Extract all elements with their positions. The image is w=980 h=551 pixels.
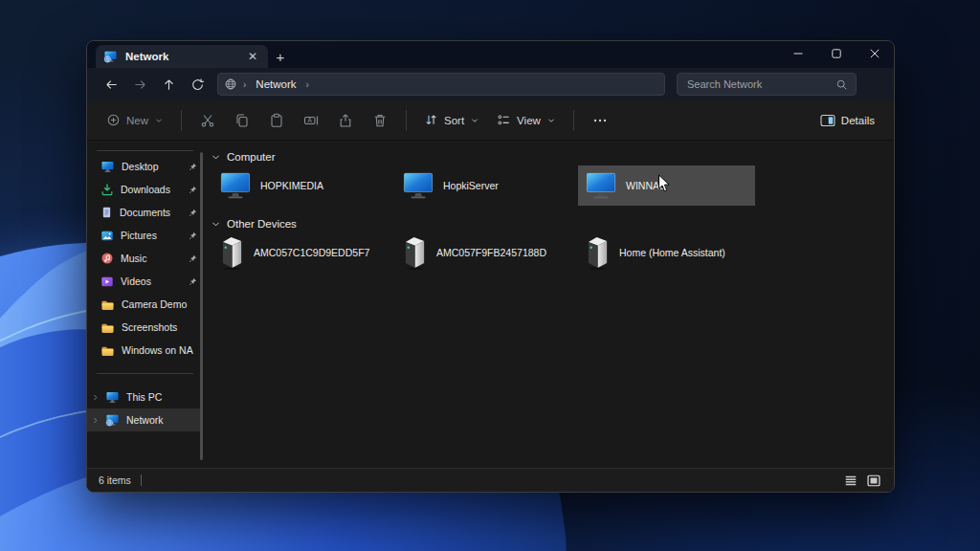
forward-icon xyxy=(133,77,147,92)
sidebar-item-network[interactable]: Network xyxy=(87,408,203,431)
close-button[interactable] xyxy=(856,41,894,66)
sidebar-item-desktop[interactable]: Desktop xyxy=(87,155,203,178)
command-bar: New A Sor xyxy=(87,100,894,141)
navigation-pane: Desktop Downloads Documents Pictures xyxy=(87,141,203,468)
forward-button[interactable] xyxy=(125,72,154,97)
paste-button[interactable] xyxy=(260,106,293,135)
pin-icon xyxy=(189,209,197,217)
new-button[interactable]: New xyxy=(99,106,171,135)
network-computer-hopkimedia[interactable]: HOPKIMEDIA xyxy=(212,165,395,206)
videos-icon xyxy=(100,276,114,288)
sidebar-item-music[interactable]: Music xyxy=(87,247,203,270)
chevron-down-icon xyxy=(470,116,479,125)
cut-button[interactable] xyxy=(191,106,224,135)
folder-icon xyxy=(100,298,115,311)
status-divider xyxy=(141,474,142,486)
downloads-icon xyxy=(100,183,114,196)
device-icon xyxy=(585,235,611,271)
sidebar-item-videos[interactable]: Videos xyxy=(87,270,203,293)
device-amc057c1c9d9edd5f7[interactable]: AMC057C1C9D9EDD5F7 xyxy=(212,232,395,273)
delete-icon xyxy=(372,113,388,128)
maximize-button[interactable] xyxy=(817,41,856,66)
toolbar-separator xyxy=(181,110,182,131)
device-home-home-assistant[interactable]: Home (Home Assistant) xyxy=(578,232,761,273)
svg-text:A: A xyxy=(308,117,313,123)
item-label: HopkiServer xyxy=(443,180,499,191)
other-devices-row: AMC057C1C9D9EDD5F7 AMC057F9FB2457188D Ho… xyxy=(203,232,894,273)
sort-icon xyxy=(424,113,438,127)
sidebar-divider xyxy=(97,373,193,374)
chevron-down-icon xyxy=(211,219,221,230)
new-tab-button[interactable]: + xyxy=(268,45,293,68)
network-computer-winnas[interactable]: WINNAS xyxy=(578,165,755,206)
window-controls xyxy=(779,41,894,66)
copy-icon xyxy=(234,113,250,128)
tab-bar: Network ✕ + xyxy=(87,41,894,68)
sidebar-label: Videos xyxy=(121,276,182,287)
sidebar-label: Pictures xyxy=(121,230,182,241)
sidebar-item-windows-on-na[interactable]: Windows on NA xyxy=(87,339,203,362)
pin-icon xyxy=(189,254,197,263)
search-box[interactable] xyxy=(677,73,857,96)
details-view-button[interactable] xyxy=(842,473,859,488)
details-pane-button[interactable]: Details xyxy=(813,106,882,135)
details-view-icon xyxy=(844,474,858,487)
tab-close-icon[interactable]: ✕ xyxy=(245,49,260,64)
item-label: AMC057C1C9D9EDD5F7 xyxy=(254,247,369,258)
item-label: HOPKIMEDIA xyxy=(260,180,323,191)
section-header-other-devices[interactable]: Other Devices xyxy=(203,215,894,232)
sidebar-label: Screenshots xyxy=(122,321,197,333)
sidebar-item-screenshots[interactable]: Screenshots xyxy=(87,316,203,339)
details-pane-icon xyxy=(820,114,835,127)
chevron-down-icon xyxy=(211,152,221,163)
sort-button-label: Sort xyxy=(444,115,464,126)
large-icons-view-button[interactable] xyxy=(865,473,882,488)
computer-icon xyxy=(585,171,617,200)
back-icon xyxy=(104,77,119,92)
chevron-right-icon[interactable] xyxy=(91,393,102,402)
folder-icon xyxy=(100,344,115,357)
search-input[interactable] xyxy=(685,77,835,91)
refresh-button[interactable] xyxy=(183,72,212,97)
section-header-computer[interactable]: Computer xyxy=(203,148,894,165)
sidebar-label: Network xyxy=(126,414,197,426)
chevron-right-icon[interactable] xyxy=(91,416,102,425)
sidebar-label: Windows on NA xyxy=(122,344,197,356)
view-button[interactable]: View xyxy=(489,106,564,135)
sidebar-label: Music xyxy=(121,253,182,264)
copy-button[interactable] xyxy=(226,106,258,135)
view-toggles xyxy=(842,473,882,488)
breadcrumb-network[interactable]: Network xyxy=(252,78,300,90)
status-bar: 6 items xyxy=(87,468,894,492)
items-count: 6 items xyxy=(99,474,131,486)
address-bar[interactable]: › Network › xyxy=(217,73,665,96)
search-icon xyxy=(835,78,848,91)
sidebar-item-camera-demo[interactable]: Camera Demo xyxy=(87,293,203,316)
paste-icon xyxy=(269,113,284,128)
delete-button[interactable] xyxy=(364,106,396,135)
sidebar-item-pictures[interactable]: Pictures xyxy=(87,224,203,247)
minimize-button[interactable] xyxy=(779,41,817,66)
share-button[interactable] xyxy=(329,106,362,135)
pin-icon xyxy=(189,163,197,171)
share-icon xyxy=(338,113,353,128)
music-icon xyxy=(100,252,114,265)
more-options-button[interactable] xyxy=(584,106,616,135)
network-computer-hopkiserver[interactable]: HopkiServer xyxy=(395,165,578,206)
new-plus-icon xyxy=(106,113,121,127)
device-amc057f9fb2457188d[interactable]: AMC057F9FB2457188D xyxy=(395,232,578,273)
up-button[interactable] xyxy=(154,72,183,97)
sort-button[interactable]: Sort xyxy=(416,106,487,135)
rename-button[interactable]: A xyxy=(295,106,327,135)
more-icon xyxy=(592,113,608,128)
tab-network[interactable]: Network ✕ xyxy=(96,45,268,68)
view-icon xyxy=(497,113,511,127)
sidebar-item-documents[interactable]: Documents xyxy=(87,201,203,224)
folder-icon xyxy=(100,321,115,334)
minimize-icon xyxy=(793,49,803,58)
section-title: Other Devices xyxy=(227,218,297,230)
back-button[interactable] xyxy=(97,72,125,97)
sidebar-item-this-pc[interactable]: This PC xyxy=(87,386,203,408)
breadcrumb-chevron-icon[interactable]: › xyxy=(304,79,311,90)
sidebar-item-downloads[interactable]: Downloads xyxy=(87,178,203,201)
